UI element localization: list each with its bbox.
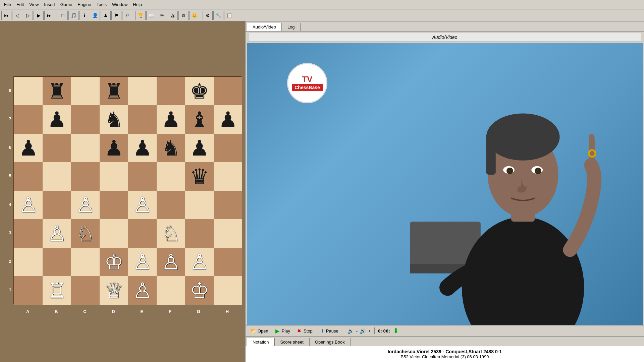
- square-d3[interactable]: [100, 219, 128, 248]
- square-f6[interactable]: ♞: [157, 134, 185, 162]
- menu-help[interactable]: Help: [130, 1, 145, 8]
- square-e1[interactable]: ♙: [128, 276, 157, 305]
- square-c5[interactable]: [71, 162, 100, 191]
- menu-file[interactable]: File: [1, 1, 14, 8]
- square-c3[interactable]: ♘: [71, 219, 100, 248]
- toolbar-clip-button[interactable]: 📋: [224, 11, 234, 20]
- square-f5[interactable]: [157, 162, 185, 191]
- square-h4[interactable]: [214, 191, 242, 219]
- square-a5[interactable]: [14, 162, 43, 191]
- square-d8[interactable]: ♜: [100, 77, 128, 105]
- stop-button[interactable]: ✖ Stop: [294, 327, 315, 335]
- tab-notation[interactable]: Notation: [247, 338, 274, 346]
- square-e5[interactable]: [128, 162, 157, 191]
- volume-down-button[interactable]: 🔉: [347, 328, 354, 334]
- square-c2[interactable]: [71, 248, 100, 276]
- square-e3[interactable]: [128, 219, 157, 248]
- toolbar-print-button[interactable]: 🖨: [168, 11, 178, 20]
- toolbar-new-button[interactable]: □: [58, 11, 68, 20]
- nav-back-button[interactable]: ◁: [12, 11, 22, 20]
- square-e2[interactable]: ♙: [128, 248, 157, 276]
- square-g5[interactable]: ♛: [185, 162, 214, 191]
- nav-end-button[interactable]: ▶: [34, 11, 44, 20]
- square-a1[interactable]: [14, 276, 43, 305]
- play-button[interactable]: ▶ Play: [272, 327, 292, 335]
- square-h2[interactable]: [214, 248, 242, 276]
- square-c6[interactable]: [71, 134, 100, 162]
- square-a7[interactable]: [14, 105, 43, 134]
- toolbar-edit-button[interactable]: ✏: [157, 11, 167, 20]
- nav-forward-button[interactable]: ▷: [23, 11, 33, 20]
- square-b8[interactable]: ♜: [43, 77, 71, 105]
- square-f1[interactable]: [157, 276, 185, 305]
- square-d4[interactable]: [100, 191, 128, 219]
- menu-engine[interactable]: Engine: [75, 1, 94, 8]
- toolbar-trophy-button[interactable]: 🏆: [136, 11, 146, 20]
- square-g1[interactable]: ♔: [185, 276, 214, 305]
- pause-button[interactable]: ⏸ Pause: [317, 327, 340, 335]
- square-f4[interactable]: [157, 191, 185, 219]
- volume-up-button[interactable]: 🔊: [360, 328, 366, 334]
- square-h3[interactable]: [214, 219, 242, 248]
- square-f7[interactable]: ♟: [157, 105, 185, 134]
- square-e7[interactable]: [128, 105, 157, 134]
- tab-log[interactable]: Log: [282, 23, 301, 31]
- square-h1[interactable]: [214, 276, 242, 305]
- tab-score-sheet[interactable]: Score sheet: [274, 338, 309, 346]
- square-f8[interactable]: [157, 77, 185, 105]
- square-a3[interactable]: [14, 219, 43, 248]
- square-d7[interactable]: ♞: [100, 105, 128, 134]
- square-d1[interactable]: ♕: [100, 276, 128, 305]
- square-d2[interactable]: ♔: [100, 248, 128, 276]
- square-a4[interactable]: ♙: [14, 191, 43, 219]
- menu-edit[interactable]: Edit: [14, 1, 26, 8]
- toolbar-gear-button[interactable]: ⚙: [203, 11, 213, 20]
- square-f2[interactable]: ♙: [157, 248, 185, 276]
- square-b6[interactable]: [43, 134, 71, 162]
- square-c8[interactable]: [71, 77, 100, 105]
- toolbar-screen-button[interactable]: 🖥: [178, 11, 189, 20]
- toolbar-info-button[interactable]: ℹ: [79, 11, 89, 20]
- square-a2[interactable]: [14, 248, 43, 276]
- menu-tools[interactable]: Tools: [94, 1, 109, 8]
- square-b7[interactable]: ♟: [43, 105, 71, 134]
- square-b1[interactable]: ♖: [43, 276, 71, 305]
- chess-board[interactable]: ♜♜♚♟♞♟♝♟♟♟♟♞♟♛♙♙♙♙♘♘♔♙♙♙♖♕♙♔: [13, 76, 241, 304]
- nav-last-button[interactable]: ⏭: [44, 11, 54, 20]
- square-g2[interactable]: ♙: [185, 248, 214, 276]
- tab-audio-video[interactable]: Audio/Video: [247, 23, 282, 31]
- square-b2[interactable]: [43, 248, 71, 276]
- toolbar-tool-button[interactable]: 🔧: [213, 11, 223, 20]
- square-h5[interactable]: [214, 162, 242, 191]
- fullscreen-icon[interactable]: ⬇: [393, 327, 399, 335]
- square-g3[interactable]: [185, 219, 214, 248]
- square-g8[interactable]: ♚: [185, 77, 214, 105]
- menu-insert[interactable]: Insert: [41, 1, 58, 8]
- menu-game[interactable]: Game: [58, 1, 75, 8]
- toolbar-flag1-button[interactable]: ⚑: [111, 11, 121, 20]
- square-f3[interactable]: ♘: [157, 219, 185, 248]
- nav-start-button[interactable]: ⏮: [1, 11, 11, 20]
- toolbar-sound-button[interactable]: 🎵: [68, 11, 78, 20]
- square-g6[interactable]: ♟: [185, 134, 214, 162]
- square-g4[interactable]: [185, 191, 214, 219]
- square-h8[interactable]: [214, 77, 242, 105]
- square-a6[interactable]: ♟: [14, 134, 43, 162]
- square-d5[interactable]: [100, 162, 128, 191]
- square-a8[interactable]: [14, 77, 43, 105]
- square-e4[interactable]: ♙: [128, 191, 157, 219]
- square-c1[interactable]: [71, 276, 100, 305]
- square-g7[interactable]: ♝: [185, 105, 214, 134]
- square-h6[interactable]: [214, 134, 242, 162]
- square-c7[interactable]: [71, 105, 100, 134]
- square-c4[interactable]: ♙: [71, 191, 100, 219]
- toolbar-piece-button[interactable]: ♟: [101, 11, 111, 20]
- square-b3[interactable]: ♙: [43, 219, 71, 248]
- square-e8[interactable]: [128, 77, 157, 105]
- open-button[interactable]: 📂 Open: [248, 327, 270, 335]
- square-d6[interactable]: ♟: [100, 134, 128, 162]
- square-b5[interactable]: [43, 162, 71, 191]
- toolbar-player-button[interactable]: 👤: [90, 11, 100, 20]
- menu-view[interactable]: View: [26, 1, 41, 8]
- toolbar-book-button[interactable]: 📖: [146, 11, 156, 20]
